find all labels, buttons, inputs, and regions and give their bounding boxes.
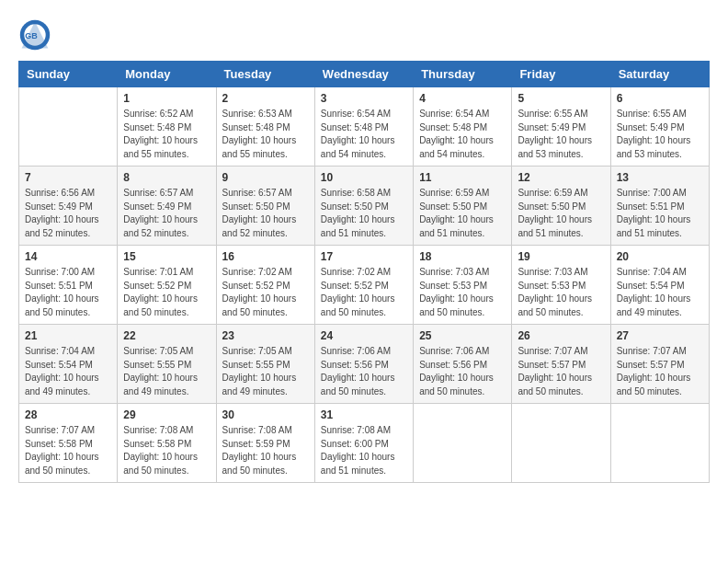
daylight-text: Daylight: 10 hours — [222, 373, 297, 383]
day-cell: 17Sunrise: 7:02 AMSunset: 5:52 PMDayligh… — [314, 246, 413, 325]
day-number: 18 — [419, 250, 506, 263]
sunrise-text: Sunrise: 6:52 AM — [123, 109, 193, 119]
daylight-minutes-text: and 50 minutes. — [518, 307, 583, 317]
day-cell: 25Sunrise: 7:06 AMSunset: 5:56 PMDayligh… — [414, 325, 512, 404]
day-cell: 21Sunrise: 7:04 AMSunset: 5:54 PMDayligh… — [19, 325, 118, 404]
day-cell: 18Sunrise: 7:03 AMSunset: 5:53 PMDayligh… — [414, 246, 512, 325]
day-cell: 31Sunrise: 7:08 AMSunset: 6:00 PMDayligh… — [314, 404, 413, 483]
daylight-minutes-text: and 49 minutes. — [617, 307, 682, 317]
day-number: 16 — [222, 250, 309, 263]
day-number: 22 — [123, 329, 210, 342]
day-number: 8 — [123, 171, 210, 184]
sunrise-text: Sunrise: 6:54 AM — [419, 109, 489, 119]
day-info: Sunrise: 6:57 AMSunset: 5:50 PMDaylight:… — [222, 187, 309, 240]
day-cell: 13Sunrise: 7:00 AMSunset: 5:51 PMDayligh… — [610, 167, 709, 246]
week-row-2: 7Sunrise: 6:56 AMSunset: 5:49 PMDaylight… — [19, 167, 710, 246]
daylight-minutes-text: and 50 minutes. — [419, 307, 484, 317]
day-cell: 20Sunrise: 7:04 AMSunset: 5:54 PMDayligh… — [610, 246, 709, 325]
daylight-text: Daylight: 10 hours — [518, 293, 592, 304]
sunset-text: Sunset: 5:57 PM — [518, 360, 586, 370]
daylight-text: Daylight: 10 hours — [518, 214, 592, 224]
sunset-text: Sunset: 5:50 PM — [321, 201, 389, 212]
sunset-text: Sunset: 5:49 PM — [25, 201, 93, 212]
sunrise-text: Sunrise: 7:04 AM — [25, 346, 95, 356]
day-cell: 2Sunrise: 6:53 AMSunset: 5:48 PMDaylight… — [216, 87, 314, 167]
daylight-minutes-text: and 50 minutes. — [25, 307, 90, 317]
sunrise-text: Sunrise: 7:05 AM — [222, 346, 292, 356]
sunset-text: Sunset: 5:50 PM — [222, 201, 290, 212]
header-row: SundayMondayTuesdayWednesdayThursdayFrid… — [19, 62, 710, 87]
daylight-minutes-text: and 49 minutes. — [123, 386, 188, 396]
day-cell: 22Sunrise: 7:05 AMSunset: 5:55 PMDayligh… — [118, 325, 216, 404]
day-info: Sunrise: 7:06 AMSunset: 5:56 PMDaylight:… — [419, 345, 506, 398]
logo: GB — [18, 18, 55, 52]
daylight-text: Daylight: 10 hours — [518, 373, 592, 383]
sunrise-text: Sunrise: 7:07 AM — [617, 346, 687, 356]
sunrise-text: Sunrise: 7:00 AM — [25, 267, 95, 277]
sunset-text: Sunset: 5:58 PM — [123, 439, 191, 449]
day-cell: 4Sunrise: 6:54 AMSunset: 5:48 PMDaylight… — [414, 87, 512, 167]
day-info: Sunrise: 7:00 AMSunset: 5:51 PMDaylight:… — [617, 187, 703, 240]
day-info: Sunrise: 7:07 AMSunset: 5:57 PMDaylight:… — [617, 345, 703, 398]
day-info: Sunrise: 7:03 AMSunset: 5:53 PMDaylight:… — [518, 266, 604, 319]
header-day-sunday: Sunday — [19, 62, 118, 87]
day-number: 7 — [25, 171, 111, 184]
sunset-text: Sunset: 5:52 PM — [222, 281, 290, 291]
day-number: 24 — [321, 329, 407, 342]
sunset-text: Sunset: 5:59 PM — [222, 439, 290, 449]
day-cell: 12Sunrise: 6:59 AMSunset: 5:50 PMDayligh… — [512, 167, 610, 246]
sunrise-text: Sunrise: 7:08 AM — [222, 425, 292, 435]
daylight-minutes-text: and 53 minutes. — [617, 149, 682, 159]
svg-text:GB: GB — [25, 31, 38, 40]
day-info: Sunrise: 6:54 AMSunset: 5:48 PMDaylight:… — [419, 108, 506, 161]
daylight-text: Daylight: 10 hours — [321, 135, 395, 145]
day-info: Sunrise: 7:05 AMSunset: 5:55 PMDaylight:… — [123, 345, 210, 398]
day-cell: 23Sunrise: 7:05 AMSunset: 5:55 PMDayligh… — [216, 325, 314, 404]
day-number: 10 — [321, 171, 407, 184]
daylight-text: Daylight: 10 hours — [123, 373, 198, 383]
day-info: Sunrise: 7:02 AMSunset: 5:52 PMDaylight:… — [222, 266, 309, 319]
day-number: 30 — [222, 408, 309, 421]
daylight-text: Daylight: 10 hours — [617, 135, 691, 145]
day-cell: 5Sunrise: 6:55 AMSunset: 5:49 PMDaylight… — [512, 87, 610, 167]
day-number: 14 — [25, 250, 111, 263]
day-cell: 28Sunrise: 7:07 AMSunset: 5:58 PMDayligh… — [19, 404, 118, 483]
day-number: 23 — [222, 329, 309, 342]
day-cell: 1Sunrise: 6:52 AMSunset: 5:48 PMDaylight… — [118, 87, 216, 167]
day-cell — [19, 87, 118, 167]
day-info: Sunrise: 6:59 AMSunset: 5:50 PMDaylight:… — [419, 187, 506, 240]
sunrise-text: Sunrise: 7:03 AM — [518, 267, 587, 277]
day-info: Sunrise: 6:53 AMSunset: 5:48 PMDaylight:… — [222, 108, 309, 161]
daylight-text: Daylight: 10 hours — [123, 452, 198, 462]
day-number: 20 — [617, 250, 703, 263]
day-number: 1 — [123, 92, 210, 105]
sunset-text: Sunset: 5:51 PM — [617, 201, 685, 212]
daylight-text: Daylight: 10 hours — [222, 135, 297, 145]
daylight-text: Daylight: 10 hours — [123, 135, 198, 145]
day-number: 26 — [518, 329, 604, 342]
header-day-saturday: Saturday — [610, 62, 709, 87]
day-info: Sunrise: 7:04 AMSunset: 5:54 PMDaylight:… — [617, 266, 703, 319]
sunrise-text: Sunrise: 7:03 AM — [419, 267, 489, 277]
day-cell: 29Sunrise: 7:08 AMSunset: 5:58 PMDayligh… — [118, 404, 216, 483]
day-number: 12 — [518, 171, 604, 184]
day-cell: 27Sunrise: 7:07 AMSunset: 5:57 PMDayligh… — [610, 325, 709, 404]
sunset-text: Sunset: 5:56 PM — [321, 360, 389, 370]
header-day-monday: Monday — [118, 62, 216, 87]
day-info: Sunrise: 7:07 AMSunset: 5:57 PMDaylight:… — [518, 345, 604, 398]
day-number: 21 — [25, 329, 111, 342]
sunset-text: Sunset: 5:52 PM — [321, 281, 389, 291]
sunset-text: Sunset: 5:52 PM — [123, 281, 191, 291]
daylight-text: Daylight: 10 hours — [518, 135, 592, 145]
daylight-minutes-text: and 51 minutes. — [321, 228, 386, 238]
week-row-5: 28Sunrise: 7:07 AMSunset: 5:58 PMDayligh… — [19, 404, 710, 483]
day-cell: 19Sunrise: 7:03 AMSunset: 5:53 PMDayligh… — [512, 246, 610, 325]
daylight-text: Daylight: 10 hours — [419, 293, 494, 304]
day-info: Sunrise: 6:58 AMSunset: 5:50 PMDaylight:… — [321, 187, 407, 240]
day-cell — [512, 404, 610, 483]
sunset-text: Sunset: 5:55 PM — [222, 360, 290, 370]
day-info: Sunrise: 7:03 AMSunset: 5:53 PMDaylight:… — [419, 266, 506, 319]
sunset-text: Sunset: 5:58 PM — [25, 439, 93, 449]
daylight-minutes-text: and 50 minutes. — [222, 307, 288, 317]
daylight-text: Daylight: 10 hours — [321, 373, 395, 383]
